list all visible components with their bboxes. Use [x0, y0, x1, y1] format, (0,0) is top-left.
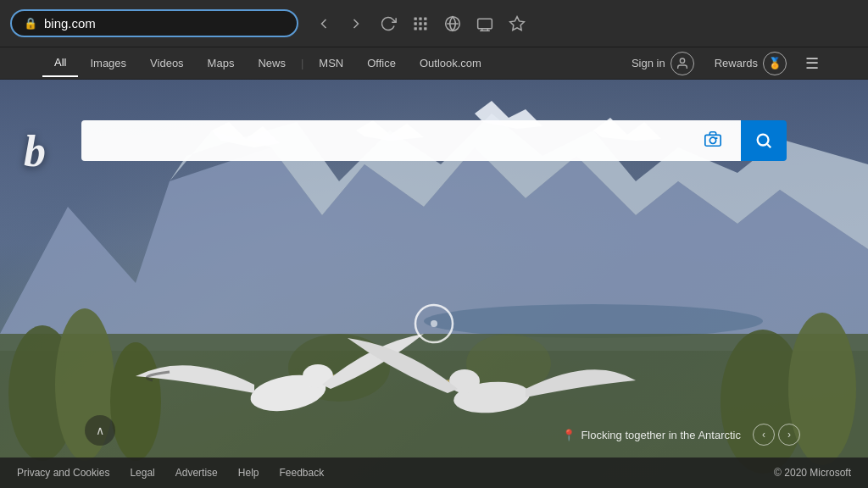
lock-icon: 🔒 — [24, 17, 37, 30]
nav-item-videos[interactable]: Videos — [138, 50, 196, 76]
nav-separator: | — [298, 57, 307, 69]
nav-item-news[interactable]: News — [246, 50, 298, 76]
browser-chrome: 🔒 — [0, 0, 868, 47]
sign-in-button[interactable]: Sign in — [623, 48, 703, 79]
nav-bar: All Images Videos Maps News | MSN Office… — [0, 47, 868, 80]
address-bar[interactable]: 🔒 — [10, 9, 298, 37]
svg-point-44 — [758, 135, 769, 146]
user-avatar — [670, 52, 694, 75]
nav-item-outlook[interactable]: Outlook.com — [408, 50, 493, 76]
caption-prev-button[interactable]: ‹ — [753, 424, 775, 446]
refresh-button[interactable] — [380, 15, 397, 32]
search-container — [81, 120, 787, 161]
svg-rect-3 — [415, 22, 417, 25]
url-input[interactable] — [44, 16, 264, 30]
svg-rect-43 — [715, 137, 718, 139]
svg-line-45 — [767, 144, 771, 147]
visual-search-icon[interactable] — [704, 130, 722, 152]
nav-item-msn[interactable]: MSN — [307, 50, 355, 76]
search-button[interactable] — [741, 120, 787, 161]
caption-next-button[interactable]: › — [778, 424, 800, 446]
forward-button[interactable] — [348, 15, 364, 32]
nav-item-images[interactable]: Images — [78, 50, 138, 76]
rewards-medal-icon: 🏅 — [763, 52, 787, 75]
footer-legal-link[interactable]: Legal — [120, 467, 164, 479]
footer: Privacy and Cookies Legal Advertise Help… — [0, 458, 868, 488]
svg-point-16 — [680, 58, 684, 63]
bing-logo: b — [24, 126, 46, 176]
main-content: b ∧ 📍 Flocking together in the An — [0, 80, 868, 488]
svg-rect-8 — [424, 27, 426, 30]
footer-privacy-link[interactable]: Privacy and Cookies — [17, 467, 120, 479]
favorites-button[interactable] — [509, 15, 526, 32]
rewards-button[interactable]: Rewards 🏅 — [706, 48, 795, 79]
svg-rect-1 — [419, 17, 421, 19]
reading-mode-button[interactable] — [444, 15, 461, 32]
footer-help-link[interactable]: Help — [228, 467, 270, 479]
svg-rect-2 — [424, 17, 426, 19]
hamburger-menu-button[interactable]: ☰ — [798, 51, 826, 76]
svg-rect-0 — [415, 17, 417, 19]
nav-item-all[interactable]: All — [42, 49, 78, 77]
search-input[interactable] — [93, 132, 704, 150]
svg-point-40 — [431, 320, 437, 327]
location-pin-icon: 📍 — [562, 429, 576, 441]
footer-feedback-link[interactable]: Feedback — [269, 467, 334, 479]
sign-in-label: Sign in — [632, 57, 665, 69]
back-button[interactable] — [315, 15, 332, 32]
svg-point-42 — [709, 137, 715, 143]
svg-point-24 — [424, 304, 763, 338]
apps-button[interactable] — [412, 15, 429, 32]
nav-item-maps[interactable]: Maps — [196, 50, 247, 76]
caption-text: Flocking together in the Antarctic — [581, 429, 741, 441]
nav-item-office[interactable]: Office — [355, 50, 408, 76]
caption-navigation: ‹ › — [753, 424, 800, 446]
svg-point-28 — [110, 342, 161, 461]
footer-advertise-link[interactable]: Advertise — [165, 467, 228, 479]
nav-right: Sign in Rewards 🏅 ☰ — [623, 48, 826, 79]
rewards-label: Rewards — [715, 57, 758, 69]
svg-rect-6 — [415, 27, 417, 30]
svg-rect-11 — [478, 19, 492, 29]
tv-button[interactable] — [476, 15, 493, 32]
browser-nav-icons — [315, 15, 526, 32]
svg-rect-4 — [419, 22, 421, 25]
svg-marker-15 — [510, 16, 525, 30]
footer-copyright: © 2020 Microsoft — [774, 467, 851, 479]
svg-rect-7 — [419, 27, 421, 30]
svg-rect-5 — [424, 22, 426, 25]
location-caption: 📍 Flocking together in the Antarctic ‹ › — [562, 424, 800, 446]
search-box — [81, 120, 741, 161]
scroll-up-button[interactable]: ∧ — [85, 415, 115, 446]
